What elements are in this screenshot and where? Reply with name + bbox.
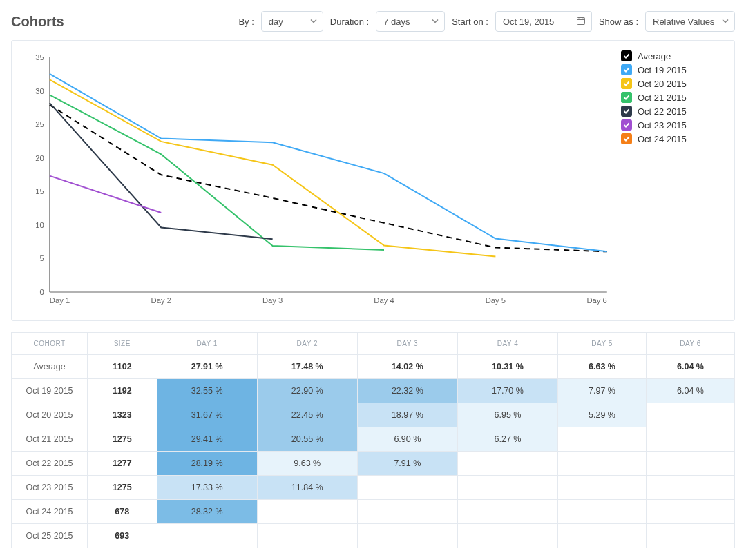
cohort-table: COHORTSIZEDAY 1DAY 2DAY 3DAY 4DAY 5DAY 6… xyxy=(11,332,735,548)
duration-select[interactable]: 7 days xyxy=(376,11,445,32)
cohort-size: 1275 xyxy=(88,476,157,500)
cell-value: 11.84 % xyxy=(257,476,357,500)
cell-value xyxy=(558,500,647,524)
cohort-table-wrap: COHORTSIZEDAY 1DAY 2DAY 3DAY 4DAY 5DAY 6… xyxy=(11,332,735,548)
table-row: Oct 25 2015693 xyxy=(12,524,735,548)
cell-value: 9.63 % xyxy=(257,452,357,476)
table-row-average: Average110227.91 %17.48 %14.02 %10.31 %6… xyxy=(12,355,735,379)
cohort-size: 1102 xyxy=(88,355,157,379)
legend-checkbox xyxy=(621,64,632,75)
legend-checkbox xyxy=(621,78,632,89)
show-label: Show as : xyxy=(599,17,638,27)
filters-bar: Cohorts By : day Duration : 7 days Start… xyxy=(11,11,735,32)
column-header: DAY 2 xyxy=(257,333,357,355)
cell-value: 22.45 % xyxy=(257,403,357,427)
cell-value: 18.97 % xyxy=(357,403,457,427)
column-header: DAY 5 xyxy=(558,333,647,355)
start-date-input[interactable]: Oct 19, 2015 xyxy=(495,11,571,32)
table-row: Oct 24 201567828.32 % xyxy=(12,500,735,524)
legend-item[interactable]: Oct 23 2015 xyxy=(621,119,725,131)
cohort-label: Oct 20 2015 xyxy=(12,403,88,427)
duration-label: Duration : xyxy=(330,17,369,27)
cohort-label: Oct 24 2015 xyxy=(12,500,88,524)
chevron-down-icon xyxy=(310,17,317,27)
cell-value xyxy=(357,476,457,500)
cell-value: 7.97 % xyxy=(558,379,647,403)
svg-text:Day 3: Day 3 xyxy=(262,296,283,305)
svg-text:20: 20 xyxy=(35,154,44,162)
legend-label: Oct 19 2015 xyxy=(638,65,687,75)
cell-value xyxy=(646,476,734,500)
chart-legend: AverageOct 19 2015Oct 20 2015Oct 21 2015… xyxy=(614,50,725,315)
table-row: Oct 19 2015119232.55 %22.90 %22.32 %17.7… xyxy=(12,379,735,403)
table-row: Oct 23 2015127517.33 %11.84 % xyxy=(12,476,735,500)
svg-text:Day 5: Day 5 xyxy=(486,296,506,305)
column-header: SIZE xyxy=(88,333,157,355)
cell-value: 20.55 % xyxy=(257,427,357,452)
legend-label: Oct 24 2015 xyxy=(638,134,687,144)
cohort-label: Oct 21 2015 xyxy=(12,427,88,452)
svg-text:Day 4: Day 4 xyxy=(374,296,394,305)
column-header: COHORT xyxy=(12,333,88,355)
cohort-size: 1277 xyxy=(88,452,157,476)
cell-value: 17.33 % xyxy=(157,476,257,500)
cell-value: 22.32 % xyxy=(357,379,457,403)
cell-value xyxy=(646,500,734,524)
cell-value: 6.90 % xyxy=(357,427,457,452)
legend-item[interactable]: Oct 21 2015 xyxy=(621,92,725,103)
cell-value: 6.04 % xyxy=(646,355,734,379)
legend-label: Oct 22 2015 xyxy=(638,106,687,117)
by-select[interactable]: day xyxy=(261,11,323,32)
table-row: Oct 21 2015127529.41 %20.55 %6.90 %6.27 … xyxy=(12,427,735,452)
legend-checkbox xyxy=(621,119,632,131)
column-header: DAY 3 xyxy=(357,333,457,355)
cell-value: 22.90 % xyxy=(257,379,357,403)
cell-value xyxy=(457,476,557,500)
cell-value: 17.48 % xyxy=(257,355,357,379)
cell-value xyxy=(646,403,734,427)
svg-text:10: 10 xyxy=(35,221,44,229)
calendar-button[interactable] xyxy=(571,11,592,32)
legend-item[interactable]: Oct 22 2015 xyxy=(621,106,725,117)
svg-text:Day 2: Day 2 xyxy=(151,296,171,305)
chevron-down-icon xyxy=(432,17,439,27)
retention-chart: 05101520253035Day 1Day 2Day 3Day 4Day 5D… xyxy=(21,50,614,315)
cell-value xyxy=(646,427,734,452)
cell-value xyxy=(257,500,357,524)
cell-value xyxy=(457,452,557,476)
cell-value: 6.95 % xyxy=(457,403,557,427)
legend-item[interactable]: Oct 20 2015 xyxy=(621,78,725,89)
cohort-size: 1323 xyxy=(88,403,157,427)
table-row: Oct 20 2015132331.67 %22.45 %18.97 %6.95… xyxy=(12,403,735,427)
svg-text:15: 15 xyxy=(35,187,44,195)
cell-value xyxy=(457,500,557,524)
svg-text:0: 0 xyxy=(39,288,44,296)
cell-value: 6.27 % xyxy=(457,427,557,452)
legend-item[interactable]: Oct 19 2015 xyxy=(621,64,725,75)
svg-text:35: 35 xyxy=(35,53,44,61)
column-header: DAY 6 xyxy=(646,333,734,355)
cohort-size: 1192 xyxy=(88,379,157,403)
cell-value xyxy=(558,476,647,500)
legend-item[interactable]: Oct 24 2015 xyxy=(621,133,725,144)
cohort-label: Oct 22 2015 xyxy=(12,452,88,476)
cell-value: 5.29 % xyxy=(558,403,647,427)
legend-item[interactable]: Average xyxy=(621,50,725,61)
svg-text:30: 30 xyxy=(35,87,44,95)
cell-value xyxy=(558,452,647,476)
show-as-select[interactable]: Relative Values xyxy=(645,11,735,32)
cell-value xyxy=(357,524,457,548)
cell-value: 28.19 % xyxy=(157,452,257,476)
cell-value: 29.41 % xyxy=(157,427,257,452)
svg-text:Day 1: Day 1 xyxy=(50,296,70,305)
cohort-size: 1275 xyxy=(88,427,157,452)
cohort-size: 678 xyxy=(88,500,157,524)
cell-value xyxy=(257,524,357,548)
table-row: Oct 22 2015127728.19 %9.63 %7.91 % xyxy=(12,452,735,476)
legend-checkbox xyxy=(621,92,632,103)
chevron-down-icon xyxy=(722,17,729,27)
cell-value xyxy=(558,427,647,452)
page-title: Cohorts xyxy=(11,14,231,30)
legend-label: Average xyxy=(638,51,671,61)
svg-text:5: 5 xyxy=(39,255,44,263)
